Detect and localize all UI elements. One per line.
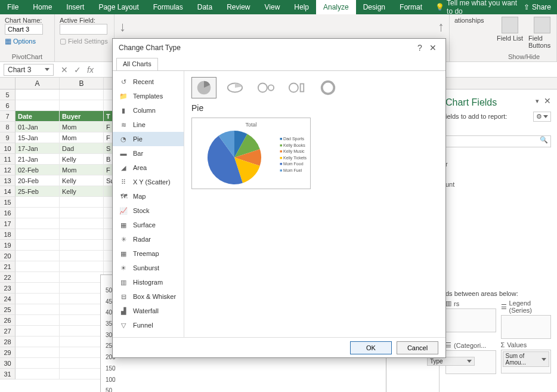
chart-type-histogram[interactable]: ▥Histogram [113,275,184,289]
cell[interactable] [16,272,60,283]
chart-type-sunburst[interactable]: ☀Sunburst [113,261,184,275]
row-header[interactable]: 11 [0,154,16,165]
field-buttons-button[interactable]: Field Buttons [528,17,556,49]
row-header[interactable]: 13 [0,175,16,186]
chart-type-templates[interactable]: 📁Templates [113,89,184,103]
tab-formulas[interactable]: Formulas [146,0,190,14]
cell[interactable]: 25-Feb [16,186,60,197]
cell[interactable] [60,337,104,347]
options-button[interactable]: Options [13,38,36,45]
field-item-r[interactable]: r [445,160,551,168]
subtype-pie-of-pie[interactable] [253,77,278,98]
tell-me-input[interactable]: Tell me what you want to do [447,0,518,16]
cancel-formula-icon[interactable]: ✕ [61,65,68,75]
chart-preview[interactable]: Total Dad SportsKelly BooksKelly MusicKe… [191,118,311,189]
cell[interactable] [60,358,104,369]
row-header[interactable]: 19 [0,240,16,251]
cell[interactable] [60,283,104,294]
axis-item-type[interactable]: Type [427,357,475,366]
column-header-b[interactable]: B [60,78,104,89]
chart-type-funnel[interactable]: ▽Funnel [113,318,184,332]
row-header[interactable]: 25 [0,304,16,315]
cell[interactable] [60,100,104,111]
fields-search-input[interactable]: 🔍 [445,135,551,147]
cell[interactable] [60,251,104,261]
enter-formula-icon[interactable]: ✓ [74,65,81,75]
filters-dropzone[interactable] [445,308,496,332]
cell[interactable] [60,347,104,358]
close-pane-icon[interactable]: ✕ [544,96,551,106]
cell[interactable]: 01-Jan [16,122,60,132]
ok-button[interactable]: OK [350,341,392,354]
row-header[interactable]: 7 [0,111,16,122]
cancel-button[interactable]: Cancel [397,341,438,354]
cell[interactable]: 21-Jan [16,154,60,165]
cell[interactable]: 15-Jan [16,132,60,143]
cell[interactable]: 17-Jan [16,143,60,154]
cell[interactable] [16,208,60,218]
column-header-a[interactable]: A [16,78,60,89]
cell[interactable] [60,294,104,304]
row-header[interactable]: 20 [0,251,16,261]
chart-type-waterfall[interactable]: ▟Waterfall [113,304,184,318]
field-list-button[interactable]: Field List [496,17,524,49]
cell[interactable] [16,369,60,379]
chart-type-map[interactable]: 🗺Map [113,189,184,203]
cell[interactable] [16,218,60,229]
cell[interactable] [60,326,104,337]
tab-page-layout[interactable]: Page Layout [91,0,146,14]
row-header[interactable]: 24 [0,294,16,304]
chart-type-combo[interactable]: ⬒Combo [113,332,184,337]
cell[interactable] [16,261,60,272]
cell[interactable]: Mom [60,122,104,132]
chart-type-radar[interactable]: ✳Radar [113,232,184,246]
cell[interactable] [16,347,60,358]
cell[interactable]: 20-Feb [16,175,60,186]
tab-analyze[interactable]: Analyze [316,0,356,14]
tab-view[interactable]: View [258,0,287,14]
row-header[interactable]: 9 [0,132,16,143]
cell[interactable] [16,229,60,240]
cell[interactable] [60,315,104,326]
subtype-3d-pie[interactable] [222,77,247,98]
subtype-bar-of-pie[interactable] [284,77,310,98]
tab-design[interactable]: Design [356,0,392,14]
chart-type-treemap[interactable]: ▦Treemap [113,246,184,261]
cell[interactable] [16,315,60,326]
drill-down-icon[interactable]: ↓ [119,19,126,35]
chart-type-x-y-scatter-[interactable]: ⠿X Y (Scatter) [113,175,184,189]
cell[interactable] [16,197,60,208]
cell[interactable]: Kelly [60,186,104,197]
row-header[interactable]: 5 [0,89,16,100]
cell[interactable] [16,283,60,294]
row-header[interactable]: 12 [0,165,16,175]
cell[interactable]: Buyer [60,111,104,122]
chart-type-pie[interactable]: ◔Pie [113,132,184,146]
tab-all-charts[interactable]: All Charts [116,58,158,70]
row-header[interactable]: 29 [0,347,16,358]
cell[interactable] [16,294,60,304]
relationships-button[interactable]: ationships [454,17,487,24]
cell[interactable] [16,89,60,100]
chart-type-area[interactable]: ◢Area [113,160,184,175]
cell[interactable] [16,240,60,251]
chart-type-stock[interactable]: 📈Stock [113,203,184,218]
legend-dropzone[interactable] [501,315,552,339]
cell[interactable] [60,197,104,208]
drill-up-icon[interactable]: ↑ [438,19,444,35]
cell[interactable] [60,304,104,315]
row-header[interactable]: 15 [0,197,16,208]
row-header[interactable]: 28 [0,337,16,347]
subtype-doughnut[interactable] [315,77,341,98]
row-header[interactable]: 22 [0,272,16,283]
active-field-input[interactable] [60,24,107,35]
row-header[interactable]: 23 [0,283,16,294]
tab-file[interactable]: File [0,0,26,14]
cell[interactable]: Kelly [60,154,104,165]
cell[interactable] [60,240,104,251]
cell[interactable] [16,358,60,369]
row-header[interactable]: 16 [0,208,16,218]
chart-type-box-whisker[interactable]: ⊟Box & Whisker [113,289,184,304]
tab-review[interactable]: Review [219,0,257,14]
cell[interactable]: Mom [60,165,104,175]
